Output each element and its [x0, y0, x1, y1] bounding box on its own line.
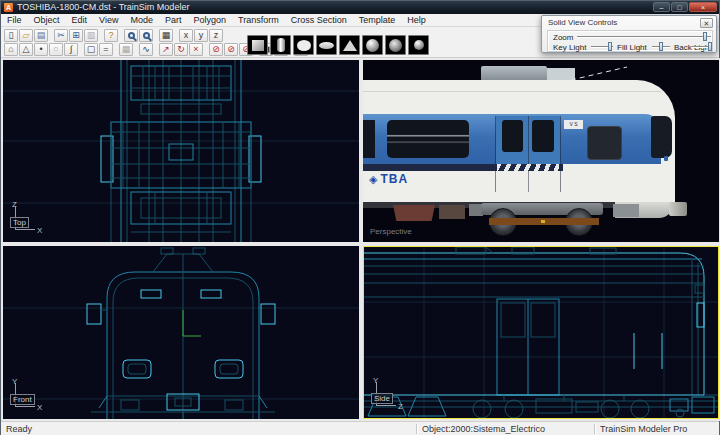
status-divider — [594, 424, 595, 434]
zoom-out-button[interactable] — [139, 29, 153, 42]
train-navy-stripe — [363, 60, 653, 94]
lock-x-button[interactable]: ⊘ — [209, 43, 223, 56]
train-under-panel-1 — [393, 205, 435, 221]
train-door-window-right — [532, 120, 554, 152]
menu-item-part[interactable]: Part — [159, 14, 188, 27]
weld-button[interactable]: ∿ — [139, 43, 153, 56]
point-button[interactable]: • — [34, 43, 48, 56]
zoom-slider-thumb[interactable] — [703, 32, 707, 41]
workspace: Z Top X — [1, 58, 720, 421]
open-button[interactable]: ▱ — [19, 29, 33, 42]
axis-z-button[interactable]: z — [209, 29, 223, 42]
menu-item-file[interactable]: File — [1, 14, 28, 27]
menu-item-help[interactable]: Help — [401, 14, 432, 27]
viewport-label-side: Side — [371, 393, 393, 404]
scale-button[interactable]: × — [189, 43, 203, 56]
train-bogie-beam — [489, 218, 599, 225]
menu-item-template[interactable]: Template — [353, 14, 402, 27]
primitive-ball-med-button-icon — [389, 39, 402, 52]
primitive-ball-high-button[interactable] — [362, 35, 383, 55]
primitive-box-button[interactable] — [247, 35, 268, 55]
train-window-left — [387, 120, 469, 158]
status-divider — [416, 424, 417, 434]
window-title: TOSHIBA-1800-CM.dst - TrainSim Modeler — [17, 1, 189, 14]
axis-letter-horizontal: X — [37, 403, 42, 412]
window-controls: – □ × — [653, 2, 717, 12]
fill-light-label: Fill Light — [617, 43, 647, 52]
viewport-side-active[interactable]: Y Side Z — [363, 246, 719, 419]
cut-button[interactable]: ✂ — [54, 29, 68, 42]
train-cab-windshield — [651, 116, 672, 158]
train-window-right — [587, 126, 622, 160]
axis-letter-horizontal: Z — [398, 402, 403, 411]
menu-item-mode[interactable]: Mode — [124, 14, 159, 27]
panel-close-icon[interactable]: ✕ — [700, 18, 713, 28]
primitive-ball-high-button-icon — [366, 39, 379, 52]
menu-item-polygon[interactable]: Polygon — [187, 14, 232, 27]
part-select-button[interactable]: ⌂ — [4, 43, 18, 56]
status-object: Object:2000:Sistema_Electrico — [422, 424, 545, 434]
primitive-sphere-button-icon — [297, 40, 311, 51]
triangle-button[interactable]: △ — [19, 43, 33, 56]
primitive-sphere-button[interactable] — [293, 35, 314, 55]
key-light-thumb[interactable] — [608, 42, 612, 51]
viewport-perspective[interactable]: V S ◈TBA Perspe — [363, 60, 719, 242]
primitive-ball-low-button-icon — [414, 40, 424, 50]
train-nose-marking — [664, 156, 668, 161]
menu-item-object[interactable]: Object — [28, 14, 66, 27]
primitive-cylinder-button-icon — [277, 38, 285, 52]
zoom-slider-track — [577, 36, 711, 37]
primitive-ball-med-button[interactable] — [385, 35, 406, 55]
status-ready: Ready — [6, 424, 32, 434]
menu-item-edit[interactable]: Edit — [66, 14, 94, 27]
attach-button[interactable]: ▦ — [119, 43, 133, 56]
axis-line-horizontal — [376, 405, 396, 406]
paste-button[interactable]: ▥ — [84, 29, 98, 42]
menu-item-cross-section[interactable]: Cross Section — [285, 14, 353, 27]
viewport-label-top: Top — [10, 217, 29, 228]
close-button[interactable]: × — [689, 2, 717, 12]
copy-button[interactable]: ⊞ — [69, 29, 83, 42]
primitive-disc-button-icon — [319, 42, 334, 49]
circle-button[interactable]: ○ — [49, 43, 63, 56]
help-button[interactable]: ? — [104, 29, 118, 42]
primitive-cone-button-icon — [343, 40, 357, 51]
train-under-panel-2 — [439, 205, 465, 219]
grid-button[interactable]: ▦ — [159, 29, 173, 42]
axis-x-button[interactable]: x — [179, 29, 193, 42]
zoom-slider[interactable] — [577, 32, 711, 41]
minimize-button[interactable]: – — [653, 2, 670, 12]
menu-item-transform[interactable]: Transform — [232, 14, 285, 27]
maximize-button[interactable]: □ — [671, 2, 688, 12]
axis-indicator-side: Y Side Z — [369, 379, 419, 415]
align-button[interactable]: = — [99, 43, 113, 56]
viewport-front[interactable]: Y Front X — [3, 246, 359, 419]
app-icon: A — [4, 3, 13, 12]
primitive-cone-button[interactable] — [339, 35, 360, 55]
marquee-button[interactable]: ▢ — [84, 43, 98, 56]
zoom-out-button-icon — [143, 32, 150, 39]
axis-line-horizontal — [15, 229, 35, 230]
back-light-slider[interactable] — [692, 42, 712, 51]
zoom-in-button[interactable] — [124, 29, 138, 42]
rotate-button[interactable]: ↻ — [174, 43, 188, 56]
new-button[interactable]: ▯ — [4, 29, 18, 42]
save-button[interactable]: ▤ — [34, 29, 48, 42]
trainsim-modeler-window: A TOSHIBA-1800-CM.dst - TrainSim Modeler… — [0, 0, 720, 435]
primitive-cylinder-button[interactable] — [270, 35, 291, 55]
fill-light-slider[interactable] — [652, 42, 670, 51]
key-light-label: Key Light — [553, 43, 586, 52]
move-button[interactable]: ↗ — [159, 43, 173, 56]
viewport-top[interactable]: Z Top X — [3, 60, 359, 242]
fill-light-thumb[interactable] — [659, 42, 663, 51]
primitive-ball-low-button[interactable] — [408, 35, 429, 55]
key-light-slider[interactable] — [591, 42, 613, 51]
primitive-disc-button[interactable] — [316, 35, 337, 55]
back-light-thumb[interactable] — [708, 42, 712, 51]
status-product: TrainSim Modeler Pro — [600, 424, 687, 434]
menu-item-view[interactable]: View — [93, 14, 124, 27]
spline-button[interactable]: ∫ — [64, 43, 78, 56]
train-window-edge — [363, 120, 375, 158]
axis-y-button[interactable]: y — [194, 29, 208, 42]
lock-y-button[interactable]: ⊘ — [224, 43, 238, 56]
